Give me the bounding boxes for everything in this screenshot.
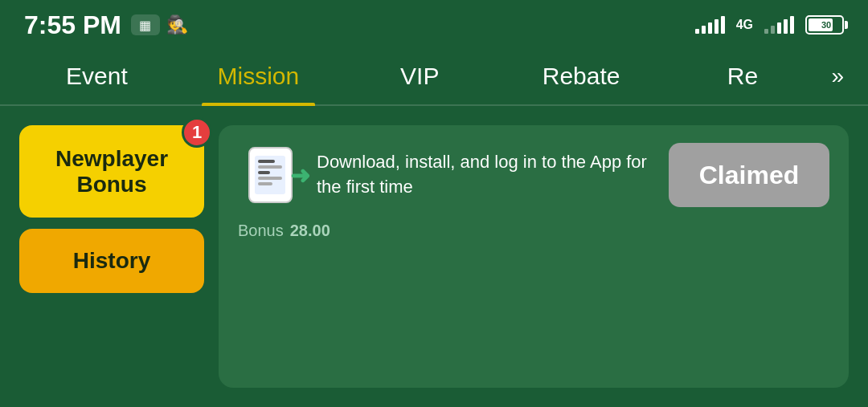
mission-card: ➜ Download, install, and log in to the A…: [219, 125, 849, 388]
tab-rebate[interactable]: Rebate: [501, 48, 662, 104]
tab-mission[interactable]: Mission: [178, 48, 339, 104]
main-content: Newplayer Bonus 1 History: [0, 106, 868, 407]
signal-icon-2: [764, 16, 794, 34]
4g-label: 4G: [736, 18, 753, 32]
mission-icon: ➜: [238, 143, 302, 207]
phone-icon: [248, 147, 293, 203]
tab-event[interactable]: Event: [16, 48, 178, 104]
battery-icon: 30: [805, 15, 844, 35]
bonus-row: Bonus 28.00: [238, 218, 829, 240]
sidebar-buttons: Newplayer Bonus 1 History: [19, 125, 204, 388]
navigation-tabs: Event Mission VIP Rebate Re »: [0, 48, 868, 106]
status-left: 7:55 PM ▦ 🕵: [24, 10, 188, 40]
time-display: 7:55 PM: [24, 10, 121, 40]
history-label: History: [73, 248, 150, 274]
badge-count: 1: [182, 117, 212, 148]
mission-text: Download, install, and log in to the App…: [317, 152, 647, 197]
newplayer-bonus-label: Newplayer Bonus: [55, 146, 168, 197]
status-bar: 7:55 PM ▦ 🕵 4G 30: [0, 0, 868, 48]
history-button[interactable]: History: [19, 229, 204, 293]
signal-icon: [695, 16, 725, 34]
tabs-more-button[interactable]: »: [823, 63, 852, 89]
battery-indicator: 30: [805, 15, 844, 35]
mission-description: Download, install, and log in to the App…: [317, 150, 654, 200]
newplayer-bonus-button[interactable]: Newplayer Bonus 1: [19, 125, 204, 218]
status-right: 4G 30: [695, 15, 844, 35]
app-icon: ▦: [131, 14, 160, 35]
spy-icon: 🕵: [166, 14, 188, 35]
claimed-button[interactable]: Claimed: [669, 143, 829, 207]
arrow-icon: ➜: [290, 161, 310, 189]
bonus-label: Bonus: [238, 222, 284, 240]
tab-re[interactable]: Re: [662, 48, 824, 104]
tab-vip[interactable]: VIP: [339, 48, 501, 104]
bonus-value: 28.00: [290, 222, 330, 240]
mission-row: ➜ Download, install, and log in to the A…: [238, 143, 829, 207]
status-icons: ▦ 🕵: [131, 14, 188, 35]
